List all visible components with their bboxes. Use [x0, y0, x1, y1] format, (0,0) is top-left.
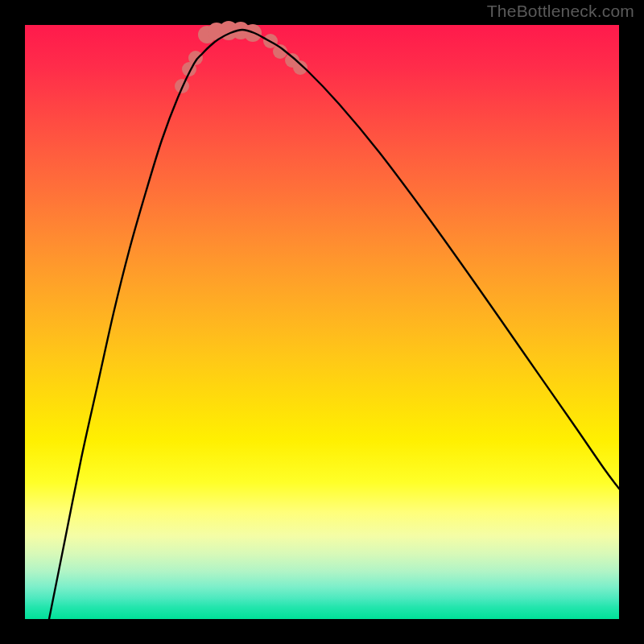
plot-area: [25, 25, 619, 619]
watermark-text: TheBottleneck.com: [487, 2, 634, 21]
curve-svg: [25, 25, 619, 619]
chart-stage: TheBottleneck.com: [0, 0, 644, 644]
bottleneck-curve: [49, 30, 619, 619]
